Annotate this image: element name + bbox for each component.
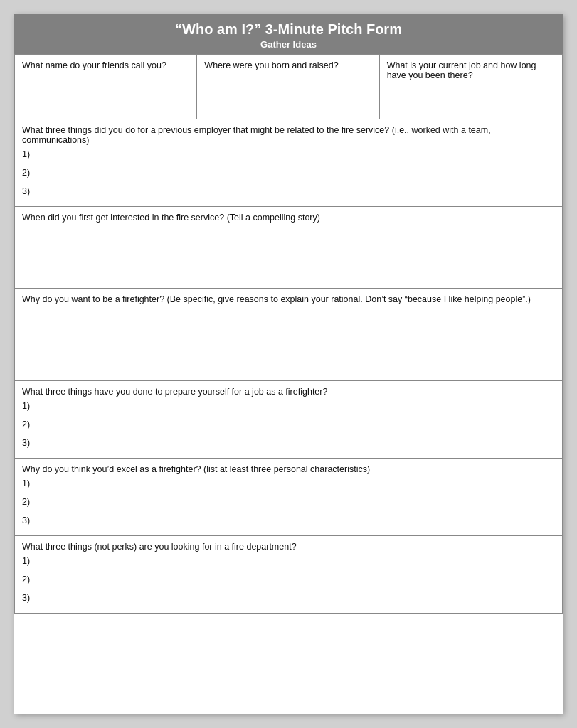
list-item: 3) bbox=[22, 593, 555, 607]
excel-question: Why do you think you’d excel as a firefi… bbox=[22, 464, 555, 474]
list-item: 1) bbox=[22, 478, 555, 493]
row-three-columns: What name do your friends call you? Wher… bbox=[15, 55, 562, 119]
list-item: 2) bbox=[22, 419, 555, 434]
col-current-job: What is your current job and how long ha… bbox=[380, 55, 562, 119]
looking-for-list: 1) 2) 3) bbox=[22, 556, 555, 607]
list-item: 2) bbox=[22, 574, 555, 589]
list-item: 3) bbox=[22, 438, 555, 452]
list-item: 1) bbox=[22, 401, 555, 415]
page-title: “Who am I?” 3-Minute Pitch Form bbox=[28, 21, 549, 38]
row-why-firefighter: Why do you want to be a firefighter? (Be… bbox=[15, 289, 562, 381]
subtitle: Gather Ideas bbox=[28, 39, 549, 50]
row-excel: Why do you think you’d excel as a firefi… bbox=[15, 459, 562, 536]
list-item: 3) bbox=[22, 515, 555, 530]
list-item: 3) bbox=[22, 186, 555, 200]
col-born-raised: Where were you born and raised? bbox=[197, 55, 379, 119]
looking-for-question: What three things (not perks) are you lo… bbox=[22, 542, 555, 552]
list-item: 1) bbox=[22, 149, 555, 164]
first-interested-question: When did you first get interested in the… bbox=[22, 213, 320, 223]
form-body: What name do your friends call you? Wher… bbox=[14, 54, 563, 614]
row-prepare: What three things have you done to prepa… bbox=[15, 381, 562, 459]
row-looking-for: What three things (not perks) are you lo… bbox=[15, 536, 562, 613]
list-item: 2) bbox=[22, 497, 555, 511]
page: “Who am I?” 3-Minute Pitch Form Gather I… bbox=[14, 14, 563, 714]
col-friends-name: What name do your friends call you? bbox=[15, 55, 197, 119]
header: “Who am I?” 3-Minute Pitch Form Gather I… bbox=[14, 14, 563, 54]
row-prev-employer: What three things did you do for a previ… bbox=[15, 119, 562, 207]
prepare-list: 1) 2) 3) bbox=[22, 401, 555, 452]
row-first-interested: When did you first get interested in the… bbox=[15, 207, 562, 289]
list-item: 1) bbox=[22, 556, 555, 570]
prev-employer-question: What three things did you do for a previ… bbox=[22, 125, 555, 145]
prev-employer-list: 1) 2) 3) bbox=[22, 149, 555, 200]
prepare-question: What three things have you done to prepa… bbox=[22, 387, 555, 397]
list-item: 2) bbox=[22, 168, 555, 182]
why-firefighter-question: Why do you want to be a firefighter? (Be… bbox=[22, 294, 531, 304]
excel-list: 1) 2) 3) bbox=[22, 478, 555, 530]
